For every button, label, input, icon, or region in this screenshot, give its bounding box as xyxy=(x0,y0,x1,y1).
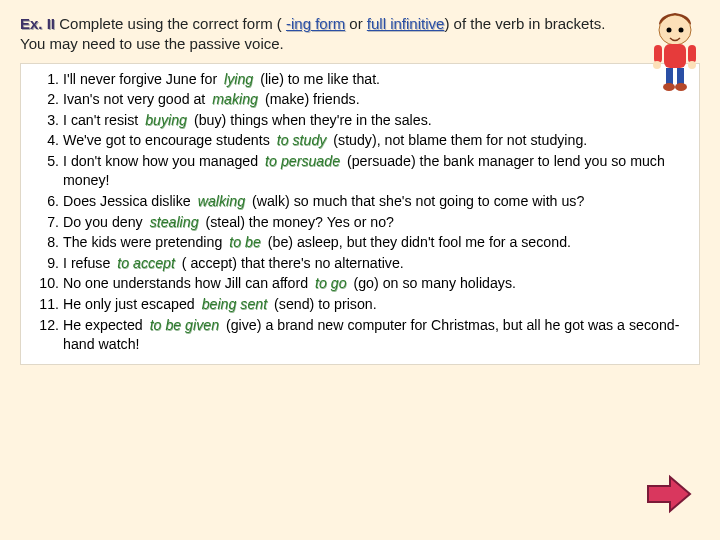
svg-point-1 xyxy=(667,28,672,33)
svg-rect-9 xyxy=(688,45,696,63)
exercise-list: I'll never forgive June for lying (lie) … xyxy=(31,70,689,355)
list-item: No one understands how Jill can afford t… xyxy=(63,274,689,294)
answer: buying xyxy=(142,112,190,128)
answer: stealing xyxy=(147,214,202,230)
highlight-ing-form: -ing form xyxy=(286,15,345,32)
instruction-part1: Complete using the correct form ( xyxy=(59,15,282,32)
cartoon-boy-illustration xyxy=(642,10,708,92)
next-arrow-button[interactable] xyxy=(646,474,692,518)
svg-point-2 xyxy=(679,28,684,33)
exercise-list-box: I'll never forgive June for lying (lie) … xyxy=(20,63,700,365)
answer: to accept xyxy=(114,255,178,271)
svg-point-6 xyxy=(663,83,675,91)
list-item: Does Jessica dislike walking (walk) so m… xyxy=(63,192,689,212)
highlight-full-infinitive: full infinitive xyxy=(367,15,445,32)
answer: to be given xyxy=(147,317,222,333)
list-item: We've got to encourage students to study… xyxy=(63,131,689,151)
svg-rect-5 xyxy=(677,68,684,84)
svg-rect-3 xyxy=(664,44,686,68)
answer: lying xyxy=(221,71,256,87)
answer: to go xyxy=(312,275,350,291)
list-item: I'll never forgive June for lying (lie) … xyxy=(63,70,689,90)
answer: walking xyxy=(195,193,248,209)
arrow-right-icon xyxy=(646,474,692,514)
svg-point-10 xyxy=(653,61,661,69)
svg-rect-4 xyxy=(666,68,673,84)
answer: being sent xyxy=(199,296,270,312)
answer: to study xyxy=(274,132,330,148)
exercise-label: Ex. II xyxy=(20,15,55,32)
list-item: The kids were pretending to be (be) asle… xyxy=(63,233,689,253)
answer: to be xyxy=(226,234,264,250)
list-item: I can't resist buying (buy) things when … xyxy=(63,111,689,131)
answer: making xyxy=(209,91,261,107)
slide: Ex. II Complete using the correct form (… xyxy=(0,0,720,540)
list-item: He expected to be given (give) a brand n… xyxy=(63,316,689,355)
list-item: Do you deny stealing (steal) the money? … xyxy=(63,213,689,233)
list-item: He only just escaped being sent (send) t… xyxy=(63,295,689,315)
list-item: I don't know how you managed to persuade… xyxy=(63,152,689,191)
svg-point-11 xyxy=(688,61,696,69)
exercise-instruction: Ex. II Complete using the correct form (… xyxy=(20,14,700,55)
svg-point-7 xyxy=(675,83,687,91)
list-item: Ivan's not very good at making (make) fr… xyxy=(63,90,689,110)
instruction-or: or xyxy=(349,15,367,32)
svg-rect-8 xyxy=(654,45,662,63)
list-item: I refuse to accept ( accept) that there'… xyxy=(63,254,689,274)
answer: to persuade xyxy=(262,153,343,169)
